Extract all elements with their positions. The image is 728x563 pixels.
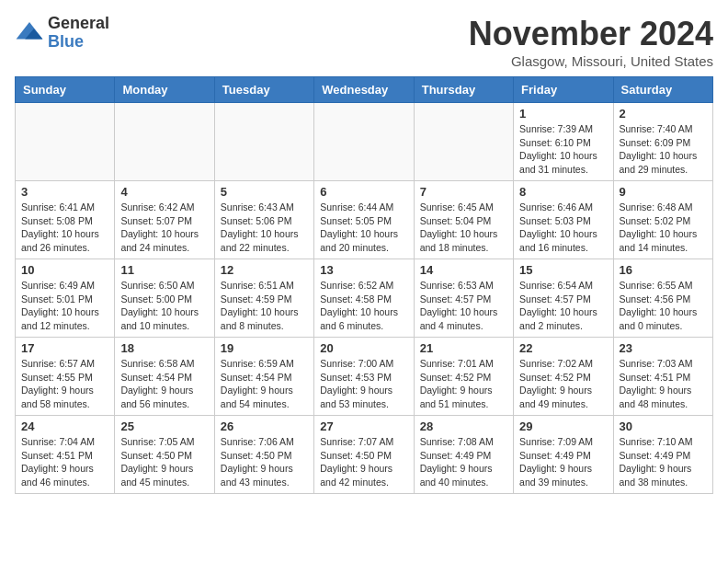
calendar-cell: 24Sunrise: 7:04 AM Sunset: 4:51 PM Dayli… — [16, 416, 115, 494]
calendar-body: 1Sunrise: 7:39 AM Sunset: 6:10 PM Daylig… — [16, 103, 713, 494]
day-number: 20 — [320, 341, 407, 355]
calendar-cell: 26Sunrise: 7:06 AM Sunset: 4:50 PM Dayli… — [214, 416, 313, 494]
day-detail: Sunrise: 7:40 AM Sunset: 6:09 PM Dayligh… — [620, 122, 707, 177]
day-number: 16 — [620, 263, 707, 277]
calendar-cell: 17Sunrise: 6:57 AM Sunset: 4:55 PM Dayli… — [16, 338, 115, 416]
day-number: 7 — [420, 185, 507, 199]
calendar-week-row: 3Sunrise: 6:41 AM Sunset: 5:08 PM Daylig… — [16, 181, 713, 259]
calendar-cell: 16Sunrise: 6:55 AM Sunset: 4:56 PM Dayli… — [613, 259, 712, 338]
day-detail: Sunrise: 6:52 AM Sunset: 4:58 PM Dayligh… — [320, 279, 407, 333]
calendar-cell: 22Sunrise: 7:02 AM Sunset: 4:52 PM Dayli… — [514, 338, 613, 416]
day-number: 27 — [320, 419, 407, 433]
calendar-cell: 23Sunrise: 7:03 AM Sunset: 4:51 PM Dayli… — [613, 338, 712, 416]
logo-blue: Blue — [48, 33, 109, 52]
weekday-header: Sunday — [16, 77, 115, 103]
day-detail: Sunrise: 6:49 AM Sunset: 5:01 PM Dayligh… — [21, 279, 108, 333]
calendar-cell: 9Sunrise: 6:48 AM Sunset: 5:02 PM Daylig… — [613, 181, 712, 259]
logo: General Blue — [15, 15, 109, 52]
day-detail: Sunrise: 7:10 AM Sunset: 4:49 PM Dayligh… — [620, 435, 707, 489]
day-number: 2 — [620, 107, 707, 121]
weekday-header: Tuesday — [214, 77, 313, 103]
logo-icon — [15, 18, 44, 48]
day-number: 17 — [21, 341, 108, 355]
weekday-header: Saturday — [613, 77, 712, 103]
day-detail: Sunrise: 6:55 AM Sunset: 4:56 PM Dayligh… — [620, 279, 707, 333]
calendar-week-row: 17Sunrise: 6:57 AM Sunset: 4:55 PM Dayli… — [16, 338, 713, 416]
day-number: 15 — [519, 263, 607, 277]
calendar-cell: 12Sunrise: 6:51 AM Sunset: 4:59 PM Dayli… — [214, 259, 313, 338]
day-detail: Sunrise: 7:04 AM Sunset: 4:51 PM Dayligh… — [21, 435, 108, 489]
calendar-week-row: 24Sunrise: 7:04 AM Sunset: 4:51 PM Dayli… — [16, 416, 713, 494]
day-detail: Sunrise: 6:45 AM Sunset: 5:04 PM Dayligh… — [420, 201, 507, 255]
weekday-header: Wednesday — [314, 77, 414, 103]
day-detail: Sunrise: 7:01 AM Sunset: 4:52 PM Dayligh… — [420, 357, 507, 411]
location: Glasgow, Missouri, United States — [469, 53, 713, 69]
calendar-cell — [214, 103, 313, 181]
day-number: 8 — [519, 185, 607, 199]
day-detail: Sunrise: 7:39 AM Sunset: 6:10 PM Dayligh… — [519, 122, 607, 177]
calendar-cell: 29Sunrise: 7:09 AM Sunset: 4:49 PM Dayli… — [514, 416, 613, 494]
day-number: 26 — [221, 419, 308, 433]
day-detail: Sunrise: 7:07 AM Sunset: 4:50 PM Dayligh… — [320, 435, 407, 489]
day-detail: Sunrise: 6:46 AM Sunset: 5:03 PM Dayligh… — [519, 201, 607, 255]
logo-general: General — [48, 15, 109, 33]
day-number: 13 — [320, 263, 407, 277]
day-number: 5 — [221, 185, 308, 199]
day-detail: Sunrise: 6:42 AM Sunset: 5:07 PM Dayligh… — [120, 201, 208, 255]
calendar-cell: 2Sunrise: 7:40 AM Sunset: 6:09 PM Daylig… — [613, 103, 712, 181]
calendar-week-row: 10Sunrise: 6:49 AM Sunset: 5:01 PM Dayli… — [16, 259, 713, 338]
calendar-week-row: 1Sunrise: 7:39 AM Sunset: 6:10 PM Daylig… — [16, 103, 713, 181]
calendar-cell: 28Sunrise: 7:08 AM Sunset: 4:49 PM Dayli… — [414, 416, 513, 494]
calendar-cell — [314, 103, 414, 181]
calendar-cell: 6Sunrise: 6:44 AM Sunset: 5:05 PM Daylig… — [314, 181, 414, 259]
day-number: 6 — [320, 185, 407, 199]
calendar-cell: 5Sunrise: 6:43 AM Sunset: 5:06 PM Daylig… — [214, 181, 313, 259]
day-detail: Sunrise: 6:51 AM Sunset: 4:59 PM Dayligh… — [221, 279, 308, 333]
calendar-cell: 14Sunrise: 6:53 AM Sunset: 4:57 PM Dayli… — [414, 259, 513, 338]
calendar-cell: 10Sunrise: 6:49 AM Sunset: 5:01 PM Dayli… — [16, 259, 115, 338]
day-number: 12 — [221, 263, 308, 277]
day-number: 10 — [21, 263, 108, 277]
day-number: 23 — [620, 341, 707, 355]
day-number: 24 — [21, 419, 108, 433]
day-detail: Sunrise: 6:44 AM Sunset: 5:05 PM Dayligh… — [320, 201, 407, 255]
day-detail: Sunrise: 7:03 AM Sunset: 4:51 PM Dayligh… — [620, 357, 707, 411]
calendar-cell: 4Sunrise: 6:42 AM Sunset: 5:07 PM Daylig… — [115, 181, 214, 259]
weekday-row: SundayMondayTuesdayWednesdayThursdayFrid… — [16, 77, 713, 103]
day-detail: Sunrise: 6:48 AM Sunset: 5:02 PM Dayligh… — [620, 201, 707, 255]
day-detail: Sunrise: 7:05 AM Sunset: 4:50 PM Dayligh… — [120, 435, 208, 489]
calendar-cell — [16, 103, 115, 181]
title-block: November 2024 Glasgow, Missouri, United … — [469, 15, 713, 69]
calendar-cell: 15Sunrise: 6:54 AM Sunset: 4:57 PM Dayli… — [514, 259, 613, 338]
day-number: 9 — [620, 185, 707, 199]
day-number: 22 — [519, 341, 607, 355]
weekday-header: Monday — [115, 77, 214, 103]
calendar-cell: 7Sunrise: 6:45 AM Sunset: 5:04 PM Daylig… — [414, 181, 513, 259]
day-detail: Sunrise: 6:58 AM Sunset: 4:54 PM Dayligh… — [120, 357, 208, 411]
calendar-cell: 11Sunrise: 6:50 AM Sunset: 5:00 PM Dayli… — [115, 259, 214, 338]
day-number: 28 — [420, 419, 507, 433]
calendar-cell — [414, 103, 513, 181]
calendar-header: SundayMondayTuesdayWednesdayThursdayFrid… — [16, 77, 713, 103]
calendar-cell: 19Sunrise: 6:59 AM Sunset: 4:54 PM Dayli… — [214, 338, 313, 416]
day-detail: Sunrise: 7:08 AM Sunset: 4:49 PM Dayligh… — [420, 435, 507, 489]
calendar-cell: 20Sunrise: 7:00 AM Sunset: 4:53 PM Dayli… — [314, 338, 414, 416]
weekday-header: Friday — [514, 77, 613, 103]
day-detail: Sunrise: 7:06 AM Sunset: 4:50 PM Dayligh… — [221, 435, 308, 489]
day-number: 18 — [120, 341, 208, 355]
calendar-cell: 30Sunrise: 7:10 AM Sunset: 4:49 PM Dayli… — [613, 416, 712, 494]
day-number: 30 — [620, 419, 707, 433]
day-number: 29 — [519, 419, 607, 433]
day-detail: Sunrise: 6:41 AM Sunset: 5:08 PM Dayligh… — [21, 201, 108, 255]
calendar-cell: 25Sunrise: 7:05 AM Sunset: 4:50 PM Dayli… — [115, 416, 214, 494]
day-number: 21 — [420, 341, 507, 355]
day-number: 4 — [120, 185, 208, 199]
calendar-cell: 8Sunrise: 6:46 AM Sunset: 5:03 PM Daylig… — [514, 181, 613, 259]
day-number: 11 — [120, 263, 208, 277]
calendar-cell: 18Sunrise: 6:58 AM Sunset: 4:54 PM Dayli… — [115, 338, 214, 416]
day-number: 1 — [519, 107, 607, 121]
calendar-cell: 21Sunrise: 7:01 AM Sunset: 4:52 PM Dayli… — [414, 338, 513, 416]
day-detail: Sunrise: 7:02 AM Sunset: 4:52 PM Dayligh… — [519, 357, 607, 411]
calendar-table: SundayMondayTuesdayWednesdayThursdayFrid… — [15, 76, 713, 494]
day-detail: Sunrise: 7:09 AM Sunset: 4:49 PM Dayligh… — [519, 435, 607, 489]
